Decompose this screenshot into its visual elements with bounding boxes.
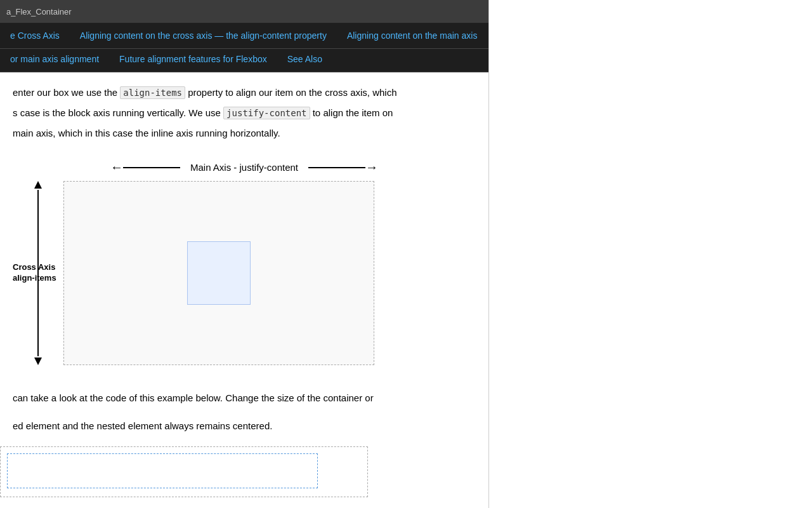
page-content: enter our box we use the align-items pro… [0, 72, 488, 508]
para1-text1: enter our box we use the [13, 87, 117, 98]
arrow-left-line [123, 167, 180, 168]
code-justify-content: justify-content [223, 107, 310, 119]
code-preview-inner [7, 453, 318, 488]
nav-link-future[interactable]: Future alignment features for Flexbox [109, 50, 277, 68]
arrow-left-container: ← [110, 160, 180, 175]
cross-axis-label1: Cross Axis align-items [13, 262, 63, 284]
nav-link-align-content[interactable]: Aligning content on the cross axis — the… [70, 27, 337, 44]
arrow-right-line [308, 167, 365, 168]
arrow-down-head [34, 358, 42, 365]
flex-item [187, 241, 251, 305]
arrow-left-head: ← [110, 160, 123, 175]
bottom-text-2: ed element and the nested element always… [13, 420, 272, 431]
nav-link-main-axis-alignment[interactable]: or main axis alignment [0, 50, 109, 68]
arrow-right-head: → [365, 160, 378, 175]
para-3: main axis, which in this case the inline… [0, 126, 488, 141]
para-2: s case is the block axis running vertica… [0, 105, 488, 121]
bottom-para-1: can take a look at the code of this exam… [0, 384, 488, 412]
arrow-right-container: → [308, 160, 378, 175]
diagram-container: ← Main Axis - justify-content → [13, 160, 476, 365]
flex-diagram-box [63, 181, 374, 365]
cross-axis-labels: Cross Axis align-items [13, 262, 63, 284]
para-1: enter our box we use the align-items pro… [0, 85, 488, 100]
code-align-items: align-items [120, 86, 185, 99]
tab-title: a_Flex_Container [6, 7, 72, 17]
para1-text2: property to align our item on the cross … [188, 87, 396, 98]
para3-text: main axis, which in this case the inline… [13, 128, 280, 138]
diagram-body: Cross Axis align-items [13, 181, 476, 365]
arrow-up-head [34, 181, 42, 189]
bottom-text-1: can take a look at the code of this exam… [13, 392, 374, 403]
cross-axis-arrow-container: Cross Axis align-items [13, 181, 63, 365]
nav-link-see-also[interactable]: See Also [277, 50, 332, 68]
main-axis-text: Main Axis - justify-content [190, 162, 298, 173]
para2-text1: s case is the block axis running vertica… [13, 107, 221, 118]
bottom-para-2: ed element and the nested element always… [0, 412, 488, 440]
diagram-main-axis-label: ← Main Axis - justify-content → [13, 160, 476, 175]
code-preview-outer [0, 446, 368, 497]
nav-link-main-axis[interactable]: Aligning content on the main axis [337, 27, 487, 44]
right-panel [488, 0, 812, 508]
para2-text2: to align the item on [313, 107, 393, 118]
code-preview-container [0, 446, 488, 497]
nav-link-cross-axis[interactable]: e Cross Axis [0, 27, 70, 44]
